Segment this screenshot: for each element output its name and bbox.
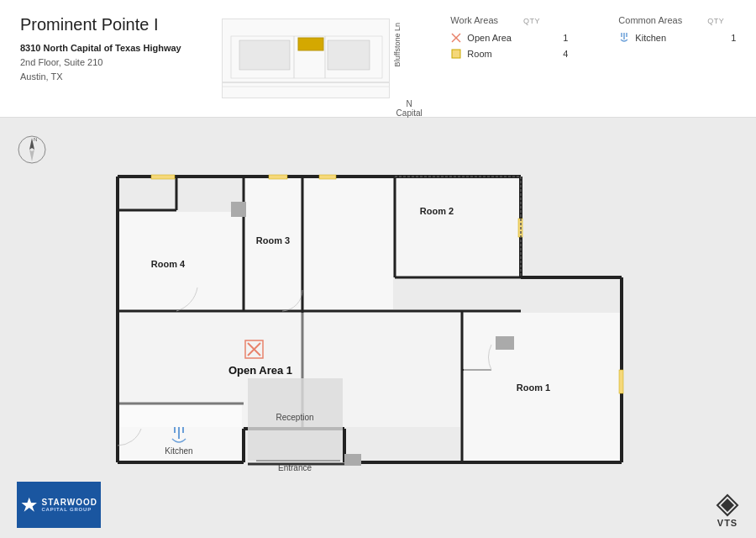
svg-rect-51 <box>396 178 519 276</box>
svg-text:Room 2: Room 2 <box>420 206 454 216</box>
starwood-subtitle: CAPITAL GROUP <box>41 507 92 512</box>
work-areas-qty-label: QTY <box>523 17 540 25</box>
property-address-line3: Austin, TX <box>20 70 213 85</box>
map-thumbnail-svg <box>222 18 390 98</box>
svg-rect-52 <box>151 175 175 179</box>
property-address-bold: 8310 North Capital of Texas Highway <box>20 41 213 55</box>
work-areas-title: Work Areas <box>450 15 498 25</box>
vts-label: VTS <box>717 518 738 528</box>
kitchen-icon <box>618 32 630 44</box>
svg-rect-60 <box>344 454 361 466</box>
svg-text:Open Area 1: Open Area 1 <box>228 364 292 377</box>
svg-text:Reception: Reception <box>276 413 313 422</box>
cross-icon <box>450 32 462 44</box>
svg-rect-3 <box>328 40 370 70</box>
common-areas-group: Common Areas QTY Kitchen 1 <box>618 15 736 64</box>
common-areas-header: Common Areas QTY <box>618 15 736 25</box>
work-area-row-0: Open Area 1 <box>450 32 568 44</box>
work-area-qty-1: 4 <box>563 49 568 59</box>
work-area-row-1: Room 4 <box>450 48 568 60</box>
common-areas-qty-label: QTY <box>707 17 724 25</box>
work-area-label-1: Room <box>467 49 549 59</box>
svg-rect-10 <box>452 50 460 58</box>
svg-rect-54 <box>319 175 336 179</box>
work-areas-header: Work Areas QTY <box>450 15 568 25</box>
starwood-logo: STARWOOD CAPITAL GROUP <box>17 482 101 528</box>
svg-text:Room 1: Room 1 <box>517 382 550 393</box>
svg-rect-53 <box>269 175 287 179</box>
work-area-label-0: Open Area <box>467 33 549 43</box>
map-thumbnail-container: Bluffstone Ln <box>222 18 390 102</box>
common-area-label-0: Kitchen <box>635 33 717 43</box>
svg-rect-56 <box>619 370 623 393</box>
svg-rect-61 <box>496 336 514 350</box>
areas-section: Work Areas QTY Open Area 1 Room 4 <box>450 15 736 64</box>
svg-text:N: N <box>34 137 37 142</box>
svg-text:Room 3: Room 3 <box>256 235 290 245</box>
common-areas-title: Common Areas <box>618 15 682 25</box>
work-areas-group: Work Areas QTY Open Area 1 Room 4 <box>450 15 568 64</box>
svg-marker-16 <box>29 150 34 161</box>
svg-text:Kitchen: Kitchen <box>165 446 192 456</box>
svg-rect-59 <box>231 202 246 217</box>
header: Prominent Pointe I 8310 North Capital of… <box>0 0 756 118</box>
svg-rect-1 <box>239 40 290 70</box>
vts-diamond-icon <box>716 493 739 517</box>
common-area-row-0: Kitchen 1 <box>618 32 736 44</box>
property-address-line2: 2nd Floor, Suite 210 <box>20 55 213 71</box>
floorplan: N <box>0 118 756 538</box>
property-info: Prominent Pointe I 8310 North Capital of… <box>20 15 213 85</box>
property-name: Prominent Pointe I <box>20 15 213 34</box>
common-area-qty-0: 1 <box>731 33 736 43</box>
map-side-label: Bluffstone Ln <box>393 23 402 66</box>
floorplan-svg: Room 4 Room 3 Room 2 Room 1 Open Area 1 … <box>67 143 680 513</box>
svg-marker-78 <box>22 497 37 511</box>
svg-text:Room 4: Room 4 <box>151 259 186 269</box>
vts-logo: VTS <box>716 493 739 528</box>
work-area-qty-0: 1 <box>563 33 568 43</box>
compass: N <box>17 134 47 165</box>
starwood-text: STARWOOD CAPITAL GROUP <box>41 498 97 512</box>
room-icon <box>450 48 462 60</box>
svg-rect-46 <box>304 178 393 309</box>
starwood-star-icon <box>20 493 38 517</box>
svg-rect-2 <box>298 38 323 50</box>
starwood-name: STARWOOD <box>41 498 97 507</box>
